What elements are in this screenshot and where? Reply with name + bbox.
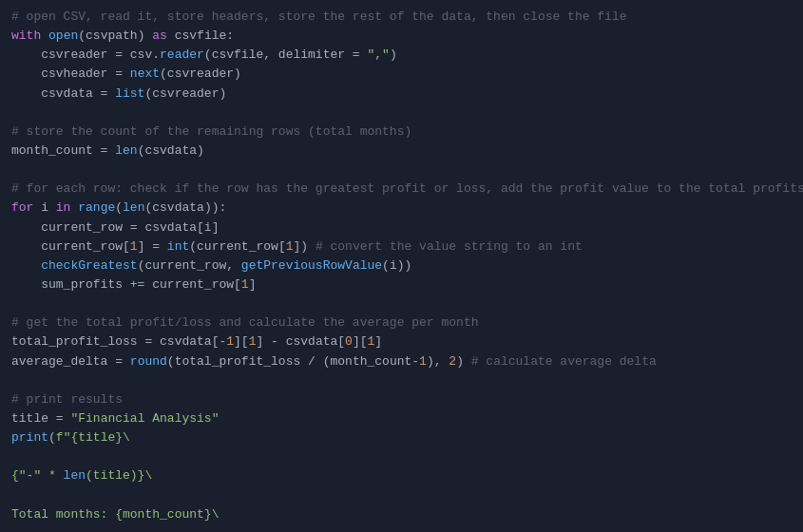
code-line: # print results <box>0 390 803 409</box>
code-line: csvreader = csv.reader(csvfile, delimite… <box>0 46 803 65</box>
code-line: sum_profits += current_row[1] <box>0 276 803 294</box>
code-line: total_profit_loss = csvdata[-1][1] - csv… <box>0 332 803 352</box>
code-line: Total months: {month_count}\ <box>0 486 803 524</box>
code-line: current_row[1] = int(current_row[1]) # c… <box>0 238 803 256</box>
code-line: current_row = csvdata[i] <box>0 218 803 238</box>
code-line <box>0 371 803 390</box>
code-line: month_count = len(csvdata) <box>0 142 803 161</box>
code-line: # open CSV, read it, store headers, stor… <box>0 8 803 27</box>
code-line: # for each row: check if the row has the… <box>0 180 803 199</box>
code-line: average_delta = round(total_profit_loss … <box>0 352 803 371</box>
code-line: print(f"{title}\ <box>0 428 803 447</box>
code-line: Total Profit/Loss: {toFormattedString(su… <box>0 524 803 532</box>
code-editor: # open CSV, read it, store headers, stor… <box>0 0 803 532</box>
code-line <box>0 161 803 180</box>
code-line: csvdata = list(csvreader) <box>0 85 803 104</box>
code-line <box>0 104 803 123</box>
code-line <box>0 294 803 314</box>
code-line: csvheader = next(csvreader) <box>0 65 803 84</box>
code-line: {"-" * len(title)}\ <box>0 447 803 485</box>
code-line: checkGreatest(current_row, getPreviousRo… <box>0 256 803 276</box>
code-line: for i in range(len(csvdata)): <box>0 199 803 218</box>
code-line: with open(csvpath) as csvfile: <box>0 27 803 46</box>
code-line: # store the count of the remaining rows … <box>0 123 803 142</box>
code-line: # get the total profit/loss and calculat… <box>0 314 803 332</box>
code-line: title = "Financial Analysis" <box>0 409 803 428</box>
